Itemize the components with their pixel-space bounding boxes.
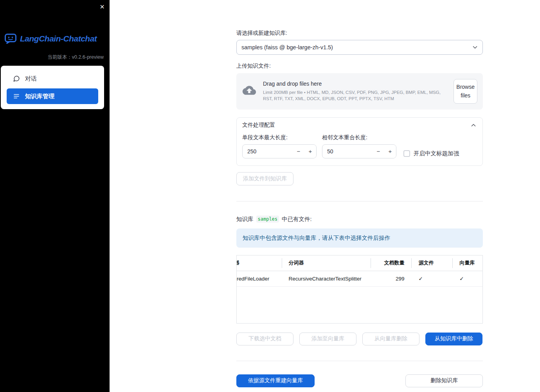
logo-text: LangChain-Chatchat <box>20 34 97 43</box>
chunk-overlap-value: 50 <box>322 145 373 158</box>
table-header-row: 器 分词器 文档数量 源文件 向量库 <box>237 255 482 271</box>
kb-select-value: samples (faiss @ bge-large-zh-v1.5) <box>241 44 333 50</box>
add-files-button[interactable]: 添加文件到知识库 <box>236 172 293 185</box>
dropzone-title: Drag and drop files here <box>263 81 447 87</box>
sidebar-item-kb-management[interactable]: 知识库管理 <box>7 88 98 104</box>
cell-splitter: RecursiveCharacterTextSplitter <box>282 271 371 286</box>
rebuild-vectorstore-button[interactable]: 依据源文件重建向量库 <box>236 374 315 387</box>
divider <box>236 201 483 201</box>
file-config-expander: 文件处理配置 单段文本最大长度: 250 − + 相邻文本重合长度: <box>236 117 483 166</box>
cell-source-file-check: ✓ <box>411 271 452 286</box>
table-header-vector-store: 向量库 <box>452 255 482 271</box>
increment-button[interactable]: + <box>384 145 396 158</box>
table-row[interactable]: redFileLoader RecursiveCharacterTextSpli… <box>237 271 482 287</box>
kb-list-icon <box>13 93 20 100</box>
add-to-vectorstore-button[interactable]: 添加至向量库 <box>299 333 356 345</box>
menu-item-label: 对话 <box>25 75 37 83</box>
chunk-overlap-input[interactable]: 50 − + <box>322 144 396 158</box>
chevron-up-icon <box>470 122 477 129</box>
sidebar-menu: 对话 知识库管理 <box>1 66 104 109</box>
main-content: 请选择或新建知识库: samples (faiss @ bge-large-zh… <box>110 0 540 387</box>
expander-header[interactable]: 文件处理配置 <box>237 118 482 133</box>
zh-title-enhance-checkbox[interactable] <box>403 150 410 157</box>
sidebar: × LangChain-Chatchat 当前版本：v0.2.6-preview… <box>0 0 110 392</box>
divider <box>236 361 483 361</box>
sidebar-close-icon[interactable]: × <box>100 2 104 11</box>
cell-vector-store-check: ✓ <box>452 271 482 286</box>
upload-label: 上传知识文件: <box>236 63 483 70</box>
expander-body: 单段文本最大长度: 250 − + 相邻文本重合长度: 50 − + <box>237 133 482 165</box>
kb-name-code: samples <box>256 216 279 223</box>
info-alert: 知识库中包含源文件与向量库，请从下表中选择文件后操作 <box>236 228 483 248</box>
action-buttons-row: 下载选中文档 添加至向量库 从向量库删除 从知识库中删除 <box>236 333 483 345</box>
kb-files-heading: 知识库 samples 中已有文件: <box>236 216 483 223</box>
version-text: 当前版本：v0.2.6-preview <box>47 54 104 61</box>
delete-from-kb-button[interactable]: 从知识库中删除 <box>425 333 482 345</box>
chunk-size-field: 单段文本最大长度: 250 − + <box>242 134 317 158</box>
increment-button[interactable]: + <box>304 145 316 158</box>
kb-files-suffix: 中已有文件: <box>282 216 312 223</box>
zh-title-enhance-label: 开启中文标题加强 <box>414 150 459 157</box>
zh-title-enhance-row[interactable]: 开启中文标题加强 <box>403 149 459 158</box>
kb-files-table: 器 分词器 文档数量 源文件 向量库 redFileLoader Recursi… <box>236 255 483 324</box>
dropzone-text: Drag and drop files here Limit 200MB per… <box>263 81 447 102</box>
chunk-size-input[interactable]: 250 − + <box>242 144 317 158</box>
app-logo: LangChain-Chatchat <box>5 34 97 44</box>
cell-docs-count: 299 <box>371 271 412 286</box>
chunk-overlap-label: 相邻文本重合长度: <box>322 134 396 141</box>
expander-title: 文件处理配置 <box>242 122 275 129</box>
kb-files-prefix: 知识库 <box>236 216 254 223</box>
dropzone-hint: Limit 200MB per file • HTML, MD, JSON, C… <box>263 89 447 102</box>
delete-kb-button[interactable]: 删除知识库 <box>405 374 483 387</box>
upload-cloud-icon <box>242 85 257 97</box>
sidebar-item-dialogue[interactable]: 对话 <box>7 71 98 86</box>
table-header-loader: 器 <box>237 255 282 271</box>
cell-loader: redFileLoader <box>237 271 282 286</box>
menu-item-label: 知识库管理 <box>25 93 54 100</box>
chat-bubble-icon <box>13 75 20 82</box>
delete-from-vectorstore-button[interactable]: 从向量库删除 <box>362 333 419 345</box>
kb-select-label: 请选择或新建知识库: <box>236 30 483 37</box>
download-selected-button[interactable]: 下载选中文档 <box>236 333 293 345</box>
table-header-docs-count: 文档数量 <box>371 255 412 271</box>
chunk-overlap-field: 相邻文本重合长度: 50 − + <box>322 134 396 158</box>
browse-files-button[interactable]: Browse files <box>454 79 477 104</box>
content-column: 请选择或新建知识库: samples (faiss @ bge-large-zh… <box>236 0 483 387</box>
info-alert-text: 知识库中包含源文件与向量库，请从下表中选择文件后操作 <box>243 235 390 241</box>
decrement-button[interactable]: − <box>373 145 384 158</box>
decrement-button[interactable]: − <box>293 145 304 158</box>
table-header-source-file: 源文件 <box>411 255 452 271</box>
chevron-down-icon <box>472 44 479 51</box>
file-uploader-dropzone[interactable]: Drag and drop files here Limit 200MB per… <box>236 73 483 110</box>
kb-select[interactable]: samples (faiss @ bge-large-zh-v1.5) <box>236 40 483 55</box>
chunk-size-label: 单段文本最大长度: <box>242 134 317 141</box>
table-header-splitter: 分词器 <box>282 255 371 271</box>
chunk-size-value: 250 <box>243 145 293 158</box>
logo-chat-icon <box>5 34 16 44</box>
bottom-buttons-row: 依据源文件重建向量库 删除知识库 <box>236 374 483 387</box>
